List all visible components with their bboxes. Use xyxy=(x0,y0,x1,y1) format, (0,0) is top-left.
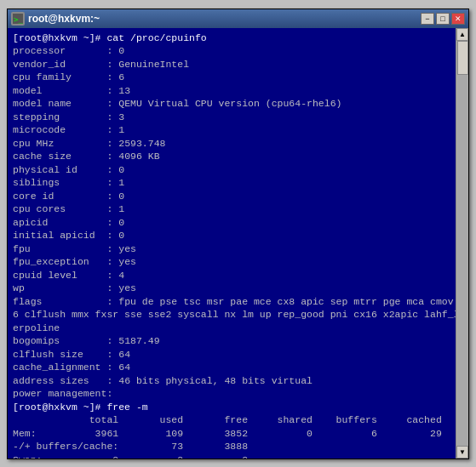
terminal-line: initial apicid : 0 xyxy=(13,229,450,242)
titlebar-left: >_ root@hxkvm:~ xyxy=(11,12,100,26)
terminal-line: bogomips : 5187.49 xyxy=(13,334,450,348)
terminal-line: siblings : 1 xyxy=(13,176,450,190)
terminal-line: cpuid level : 4 xyxy=(13,269,450,282)
terminal-line: -/+ buffers/cache: 73 3888 xyxy=(13,440,450,453)
terminal-line: model : 13 xyxy=(13,84,450,98)
terminal-line: vendor_id : GenuineIntel xyxy=(13,58,450,71)
scroll-track[interactable] xyxy=(456,41,468,446)
terminal-line: [root@hxkvm ~]# cat /proc/cpuinfo xyxy=(13,31,450,45)
terminal-icon: >_ xyxy=(11,12,25,26)
terminal-line: fpu : yes xyxy=(13,242,450,256)
maximize-button[interactable]: □ xyxy=(436,13,450,25)
terminal-line: wp : yes xyxy=(13,282,450,295)
terminal-line: microcode : 1 xyxy=(13,123,450,137)
terminal-line: cpu family : 6 xyxy=(13,71,450,84)
terminal-line: total used free shared buffers cached xyxy=(13,413,450,427)
terminal-line: clflush size : 64 xyxy=(13,348,450,362)
terminal-line: power management: xyxy=(13,387,450,401)
window-title: root@hxkvm:~ xyxy=(28,13,100,25)
terminal-line: address sizes : 46 bits physical, 48 bit… xyxy=(13,374,450,388)
terminal-line: cache_alignment : 64 xyxy=(13,361,450,374)
titlebar: >_ root@hxkvm:~ − □ ✕ xyxy=(8,9,468,28)
terminal-container: [root@hxkvm ~]# cat /proc/cpuinfoprocess… xyxy=(8,28,468,458)
minimize-button[interactable]: − xyxy=(421,13,434,25)
terminal-line: fpu_exception : yes xyxy=(13,255,450,269)
close-button[interactable]: ✕ xyxy=(451,13,465,25)
terminal-line: apicid : 0 xyxy=(13,216,450,230)
scroll-down-button[interactable]: ▼ xyxy=(456,446,468,458)
terminal-line: cpu MHz : 2593.748 xyxy=(13,137,450,151)
terminal-line: core id : 0 xyxy=(13,190,450,203)
terminal-line: Swap: 0 0 0 xyxy=(13,453,450,458)
terminal-line: erpoline xyxy=(13,322,450,335)
terminal-line: cpu cores : 1 xyxy=(13,202,450,216)
terminal-line: flags : fpu de pse tsc msr pae mce cx8 a… xyxy=(13,295,450,309)
terminal-line: Mem: 3961 109 3852 0 6 29 xyxy=(13,427,450,441)
terminal-line: [root@hxkvm ~]# free -m xyxy=(13,401,450,414)
terminal-line: stepping : 3 xyxy=(13,111,450,124)
scroll-thumb[interactable] xyxy=(457,41,468,75)
scrollbar[interactable]: ▲ ▼ xyxy=(456,28,468,458)
terminal-line: cache size : 4096 KB xyxy=(13,150,450,163)
terminal-line: model name : QEMU Virtual CPU version (c… xyxy=(13,97,450,111)
terminal-line: physical id : 0 xyxy=(13,163,450,177)
terminal-window: >_ root@hxkvm:~ − □ ✕ [root@hxkvm ~]# ca… xyxy=(7,9,469,459)
window-controls: − □ ✕ xyxy=(421,13,465,25)
scroll-up-button[interactable]: ▲ xyxy=(456,28,468,41)
terminal-output[interactable]: [root@hxkvm ~]# cat /proc/cpuinfoprocess… xyxy=(8,28,456,458)
svg-text:>_: >_ xyxy=(14,15,23,24)
terminal-line: processor : 0 xyxy=(13,44,450,58)
terminal-line: 6 clflush mmx fxsr sse sse2 syscall nx l… xyxy=(13,308,450,322)
